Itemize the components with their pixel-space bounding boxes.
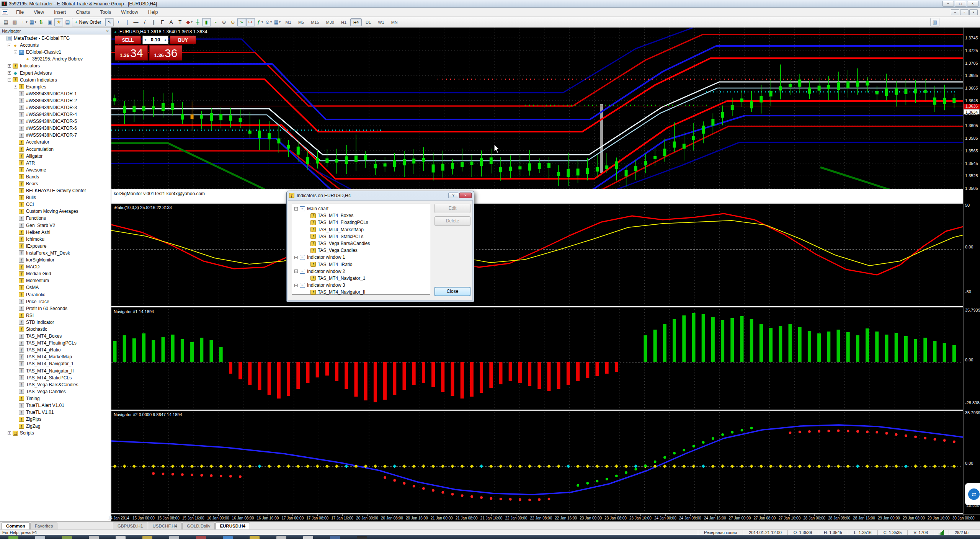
zoom-out-icon[interactable]: ⊖: [229, 18, 237, 26]
taskbar-icon[interactable]: [196, 536, 206, 539]
edit-button[interactable]: Edit: [434, 204, 470, 213]
delete-button[interactable]: Delete: [434, 216, 470, 226]
data-window-icon[interactable]: ▣: [46, 18, 54, 26]
auto-scroll-icon[interactable]: »: [237, 18, 246, 26]
window-separator[interactable]: [111, 306, 980, 307]
dialog-tree-item[interactable]: TAS_Vega Candles: [292, 247, 430, 254]
nav-tree-item[interactable]: − Accounts: [0, 42, 111, 49]
text-icon[interactable]: A: [167, 18, 176, 26]
nav-tree-item[interactable]: MetaTrader - E-Global TFG: [0, 35, 111, 42]
chart-shift-icon[interactable]: ↦: [246, 18, 255, 26]
template-icon[interactable]: ▦ ▾: [273, 18, 281, 26]
taskbar-icon[interactable]: [116, 536, 126, 539]
nav-tree-item[interactable]: + Examples: [0, 83, 111, 90]
nav-tree-item[interactable]: + Indicators: [0, 62, 111, 69]
nav-tree-item[interactable]: Functions: [0, 215, 111, 222]
nav-tree-item[interactable]: − Custom Indicators: [0, 77, 111, 83]
print-preview-icon[interactable]: ▥: [10, 18, 19, 26]
timeframe-button[interactable]: M15: [308, 18, 322, 26]
arrows-icon[interactable]: ◆ ▾: [185, 18, 193, 26]
maximize-button[interactable]: □: [955, 1, 966, 7]
dialog-tree-item[interactable]: TAS_MT4_StaticPCLs: [292, 233, 430, 240]
nav-tree-item[interactable]: #WSS943!INDICATOR-5: [0, 118, 111, 125]
taskbar-icon[interactable]: [223, 536, 233, 539]
timeframe-button[interactable]: MN: [388, 18, 401, 26]
volume-up-icon[interactable]: ▲: [164, 38, 167, 42]
nav-tree-item[interactable]: Ichimoku: [0, 236, 111, 243]
nav-tree-item[interactable]: RSI: [0, 312, 111, 319]
sell-button[interactable]: SELL: [115, 36, 141, 44]
buy-button[interactable]: BUY: [170, 36, 196, 44]
vertical-line-icon[interactable]: |: [123, 18, 132, 26]
taskbar-icon[interactable]: [89, 536, 99, 539]
nav-tree-item[interactable]: Price Trace: [0, 298, 111, 305]
navigator-tab[interactable]: Favorites: [30, 523, 57, 529]
menu-item[interactable]: Tools: [95, 8, 116, 16]
taskbar-icon[interactable]: [303, 536, 313, 539]
periods-icon[interactable]: ⊙ ▾: [264, 18, 273, 26]
nav-tree-item[interactable]: #WSS943!INDICATOR-7: [0, 132, 111, 139]
nav-tree-item[interactable]: #WSS943!INDICATOR-3: [0, 104, 111, 111]
nav-tree-item[interactable]: TAS_Vega Candles: [0, 388, 111, 395]
dialog-titlebar[interactable]: Indicators on EURUSD,H4 ? ×: [287, 191, 474, 200]
dialog-close-button[interactable]: ×: [459, 193, 472, 198]
menu-item[interactable]: Charts: [71, 8, 95, 16]
navigator-icon[interactable]: ★: [54, 18, 63, 26]
terminal-icon[interactable]: ▤: [63, 18, 72, 26]
market-watch-icon[interactable]: ⇅: [37, 18, 46, 26]
teamviewer-icon[interactable]: ⇄: [965, 483, 980, 505]
line-chart-icon[interactable]: ~: [211, 18, 220, 26]
nav-tree-item[interactable]: #WSS943!INDICATOR-1: [0, 90, 111, 97]
nav-tree-item[interactable]: Profit In 60 Seconds: [0, 305, 111, 312]
volume-input[interactable]: ▼ 0.10 ▲: [142, 36, 168, 44]
tree-toggle-icon[interactable]: +: [8, 71, 11, 75]
nav-tree-item[interactable]: TAS_MT4_MarketMap: [0, 353, 111, 360]
nav-tree-item[interactable]: OsMA: [0, 284, 111, 291]
equidistant-channel-icon[interactable]: ∥: [149, 18, 158, 26]
nav-tree-item[interactable]: InstaForex_MT_Desk: [0, 250, 111, 256]
nav-tree-item[interactable]: 3592195: Andrey Bobrov: [0, 56, 111, 62]
tree-toggle-icon[interactable]: +: [8, 64, 11, 68]
nav-tree-item[interactable]: MACD: [0, 263, 111, 270]
nav-tree-item[interactable]: Bulls: [0, 194, 111, 201]
dialog-tree-item[interactable]: TAS_MT4_iRatio: [292, 261, 430, 268]
nav-tree-item[interactable]: Awesome: [0, 167, 111, 173]
nav-tree-item[interactable]: + Scripts: [0, 430, 111, 436]
taskbar-icon[interactable]: [330, 536, 340, 539]
minimize-button[interactable]: −: [942, 1, 954, 7]
nav-tree-item[interactable]: Bands: [0, 173, 111, 180]
timeframe-button[interactable]: H4: [350, 18, 362, 26]
taskbar-icon[interactable]: [35, 536, 45, 539]
nav-tree-item[interactable]: Heiken Ashi: [0, 229, 111, 236]
mdi-restore-button[interactable]: ▫: [960, 9, 969, 15]
nav-tree-item[interactable]: Momentum: [0, 277, 111, 284]
nav-tree-item[interactable]: TrueTL V1.01: [0, 409, 111, 416]
candlestick-icon[interactable]: ▮: [202, 18, 211, 26]
timeframe-button[interactable]: D1: [363, 18, 374, 26]
iratio-window[interactable]: [111, 204, 963, 306]
menu-item[interactable]: File: [11, 8, 29, 16]
tree-toggle-icon[interactable]: −: [294, 256, 298, 259]
nav-tree-item[interactable]: Parabolic: [0, 291, 111, 298]
dialog-tree-item[interactable]: − Indicator window 3: [292, 282, 430, 289]
close-button[interactable]: Close: [434, 287, 470, 296]
main-chart[interactable]: [111, 28, 963, 189]
menu-item[interactable]: Insert: [49, 8, 71, 16]
taskbar-icon[interactable]: [357, 536, 367, 539]
taskbar[interactable]: [0, 535, 980, 539]
nav-tree-item[interactable]: Alligator: [0, 153, 111, 160]
mdi-close-button[interactable]: ×: [969, 9, 978, 15]
timeframe-button[interactable]: W1: [375, 18, 387, 26]
dialog-tree-item[interactable]: TAS_MT4_Navigator_1: [292, 275, 430, 282]
chart-tab[interactable]: GBPUSD,H1: [113, 523, 147, 529]
sell-price-display[interactable]: 1.36 34: [115, 45, 148, 60]
timeframe-button[interactable]: M30: [323, 18, 337, 26]
fibonacci-icon[interactable]: F: [158, 18, 167, 26]
dialog-tree-item[interactable]: TAS_Vega Bars&Candles: [292, 240, 430, 247]
nav-tree-item[interactable]: #WSS943!INDICATOR-4: [0, 111, 111, 118]
taskbar-icon[interactable]: [142, 536, 152, 539]
buy-price-display[interactable]: 1.36 36: [149, 45, 182, 60]
nav-tree-item[interactable]: Median Grid: [0, 270, 111, 277]
nav-tree-item[interactable]: STD Indicator: [0, 319, 111, 326]
menu-item[interactable]: Help: [143, 8, 163, 16]
